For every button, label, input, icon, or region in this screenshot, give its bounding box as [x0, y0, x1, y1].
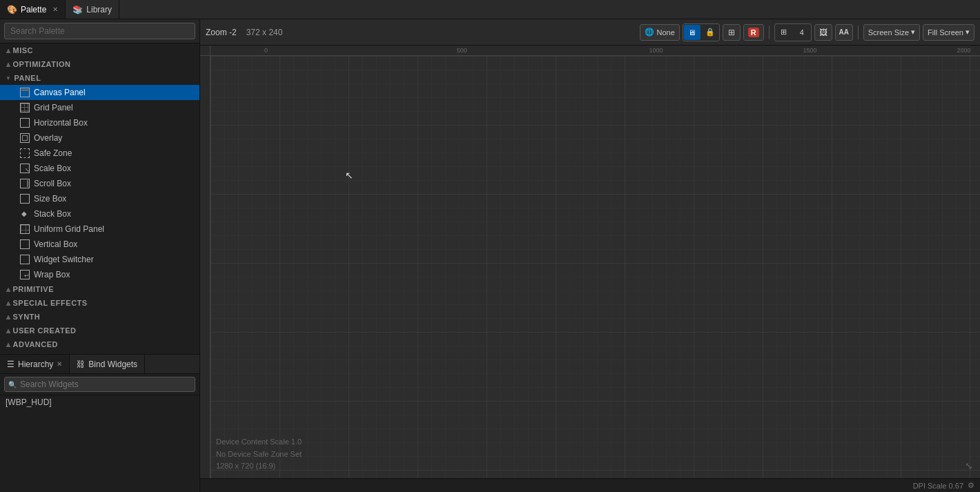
sidebar-item-uniform-grid-panel[interactable]: Uniform Grid Panel [0, 222, 199, 237]
category-panel[interactable]: ▼ PANEL [0, 71, 199, 85]
globe-label: None [656, 28, 674, 37]
optimization-label: OPTIMIZATION [13, 60, 71, 68]
status-right: DPI Scale 0.67 ⚙ [913, 481, 974, 490]
sidebar-item-safe-zone[interactable]: Safe Zone [0, 146, 199, 161]
category-user-created[interactable]: ▶ USER CREATED [0, 324, 199, 337]
vertical-ruler: 0 500 1000 [200, 56, 210, 478]
sidebar-item-vertical-box[interactable]: Vertical Box [0, 237, 199, 252]
category-synth[interactable]: ▶ SYNTH [0, 310, 199, 324]
optimization-arrow: ▶ [5, 62, 11, 67]
category-primitive[interactable]: ▶ PRIMITIVE [0, 282, 199, 296]
sidebar-item-overlay[interactable]: Overlay [0, 130, 199, 146]
uniform-grid-panel-label: Uniform Grid Panel [34, 224, 104, 234]
horizontal-box-label: Horizontal Box [34, 118, 88, 128]
category-optimization[interactable]: ▶ OPTIMIZATION [0, 57, 199, 71]
ruler-v-1000: 1000 [200, 406, 202, 420]
canvas-resize-handle[interactable]: ⤡ [965, 460, 973, 471]
grid-panel-label: Grid Panel [34, 103, 73, 112]
category-misc[interactable]: ▶ MISC [0, 43, 199, 57]
image-icon: 🖼 [819, 28, 827, 37]
category-advanced[interactable]: ▶ ADVANCED [0, 337, 199, 351]
bind-widgets-label: Bind Widgets [88, 360, 137, 369]
stackbox-icon [19, 208, 30, 219]
r-badge: R [748, 28, 759, 37]
user-created-arrow: ▶ [5, 328, 11, 333]
desktop-view-btn[interactable]: 🖥 [684, 25, 700, 40]
layout-icon: ⊞ [728, 28, 735, 37]
sidebar-item-scale-box[interactable]: Scale Box [0, 161, 199, 176]
image-icon-btn[interactable]: 🖼 [814, 24, 832, 41]
search-palette-box [0, 19, 199, 43]
grid-toggle-btn[interactable]: ⊞ [776, 25, 792, 40]
tab-library[interactable]: 📚 Library [66, 0, 119, 19]
fill-screen-dropdown[interactable]: Fill Screen ▾ [923, 24, 974, 41]
vbox-icon [19, 239, 30, 250]
fill-screen-label: Fill Screen [928, 28, 963, 37]
ruler-v-500: 500 [200, 259, 202, 269]
library-tab-icon: 📚 [72, 5, 83, 14]
sidebar-item-stack-box[interactable]: Stack Box [0, 206, 199, 222]
ruler-h-1000: 1000 [649, 47, 663, 54]
stack-box-label: Stack Box [34, 209, 71, 219]
bind-widgets-icon: ⛓ [77, 360, 85, 369]
view-mode-group: 🖥 🔒 [683, 23, 720, 41]
wbp-hud-label: [WBP_HUD] [6, 397, 52, 407]
layout-icon-btn[interactable]: ⊞ [723, 24, 741, 41]
canvas-area: Zoom -2 372 x 240 🌐 None 🖥 🔒 ⊞ R [200, 19, 980, 492]
sidebar-item-widget-switcher[interactable]: Widget Switcher [0, 252, 199, 267]
sidebar-item-size-box[interactable]: Size Box [0, 191, 199, 206]
synth-label: SYNTH [13, 313, 41, 321]
ruler-h-0: 0 [264, 47, 268, 54]
size-box-label: Size Box [34, 194, 66, 204]
canvas-viewport[interactable]: ↖ Device Content Scale 1.0 No Device Saf… [210, 56, 980, 478]
scrollbox-icon [19, 178, 30, 189]
status-bar: DPI Scale 0.67 ⚙ [200, 478, 980, 492]
ugrid-icon [19, 224, 30, 235]
palette-tab-icon: 🎨 [7, 5, 17, 14]
special-effects-arrow: ▶ [5, 301, 11, 306]
lock-btn[interactable]: 🔒 [702, 25, 718, 40]
sidebar-item-horizontal-box[interactable]: Horizontal Box [0, 115, 199, 130]
hierarchy-search-input[interactable] [4, 377, 195, 392]
screen-size-dropdown[interactable]: Screen Size ▾ [863, 24, 920, 41]
search-palette-input[interactable] [4, 23, 195, 39]
sidebar-scroll-area[interactable]: ▶ MISC ▶ OPTIMIZATION ▼ PANEL Canvas Pan… [0, 19, 199, 354]
screen-size-chevron: ▾ [911, 28, 915, 37]
category-special-effects[interactable]: ▶ SPECIAL EFFECTS [0, 296, 199, 310]
sidebar-item-scroll-box[interactable]: Scroll Box [0, 176, 199, 191]
scroll-box-label: Scroll Box [34, 179, 71, 188]
sidebar-item-canvas-panel[interactable]: Canvas Panel [0, 85, 199, 100]
tab-hierarchy[interactable]: ☰ Hierarchy ✕ [0, 355, 70, 373]
library-tab-label: Library [86, 5, 112, 14]
palette-tab-label: Palette [21, 5, 46, 14]
top-tab-bar: 🎨 Palette ✕ 📚 Library [0, 0, 980, 19]
grid-panel-icon [19, 102, 30, 113]
tab-bind-widgets[interactable]: ⛓ Bind Widgets [70, 355, 145, 373]
panel-arrow: ▼ [6, 75, 11, 81]
ruler-v-0: 0 [200, 111, 201, 115]
tab-palette[interactable]: 🎨 Palette ✕ [0, 0, 66, 19]
canvas-panel-label: Canvas Panel [34, 88, 86, 97]
sizebox-icon [19, 193, 30, 204]
widget-switcher-label: Widget Switcher [34, 255, 94, 264]
sidebar-item-grid-panel[interactable]: Grid Panel [0, 100, 199, 115]
settings-icon[interactable]: ⚙ [968, 481, 974, 490]
canvas-main: 0 500 1000 ↖ Device Content Scale 1.0 No… [200, 56, 980, 478]
canvas-panel-icon [19, 87, 30, 98]
vertical-box-label: Vertical Box [34, 239, 77, 249]
hierarchy-item-wbp-hud[interactable]: [WBP_HUD] [0, 395, 199, 409]
advanced-arrow: ▶ [5, 342, 11, 347]
wswitch-icon [19, 254, 30, 265]
palette-tab-close[interactable]: ✕ [52, 6, 58, 13]
special-effects-label: SPECIAL EFFECTS [13, 299, 88, 307]
horizontal-ruler: 0 500 1000 1500 2000 [210, 46, 980, 56]
hierarchy-tab-close[interactable]: ✕ [57, 360, 62, 368]
globe-button[interactable]: 🌐 None [640, 24, 679, 41]
hierarchy-panel: ☰ Hierarchy ✕ ⛓ Bind Widgets 🔍 [WBP_HUD] [0, 354, 199, 492]
canvas-toolbar: Zoom -2 372 x 240 🌐 None 🖥 🔒 ⊞ R [200, 19, 980, 46]
dpi-scale-label: DPI Scale 0.67 [913, 482, 963, 490]
r-badge-btn[interactable]: R [743, 24, 764, 41]
aa-icon-btn[interactable]: AA [835, 24, 853, 41]
sidebar-item-wrap-box[interactable]: Wrap Box [0, 267, 199, 282]
toolbar-sep-1 [769, 26, 770, 39]
